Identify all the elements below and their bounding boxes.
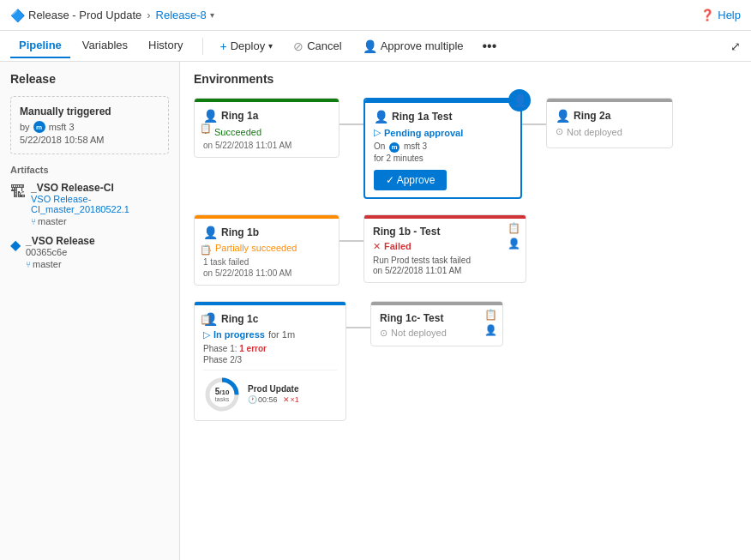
artifact-ci-name: _VSO Release-CI — [31, 182, 169, 194]
connector-1a-to-1atest — [339, 123, 363, 125]
toolbar-divider — [202, 38, 203, 55]
artifact-ci-branch-name: master — [38, 216, 67, 226]
ring1c-donut-section: 5/10 tasks Prod Update 🕐 00 — [203, 370, 337, 413]
ring2a-header: 👤 Ring 2a — [556, 109, 664, 123]
artifacts-section: Artifacts 🏗 _VSO Release-CI VSO Release-… — [10, 165, 169, 269]
trigger-user-avatar: m — [33, 121, 45, 133]
ring2a-card[interactable]: 👤 Ring 2a ⊙ Not deployed — [546, 98, 673, 148]
ring2a-name: Ring 2a — [574, 110, 610, 122]
ring1a-name: Ring 1a — [221, 110, 258, 122]
artifact-ci-branch: ⑂ master — [31, 216, 169, 226]
ring1b-test-card[interactable]: Ring 1b - Test ✕ Failed Run Prod tests t… — [363, 214, 526, 283]
trigger-by-prefix: by — [20, 122, 30, 132]
cancel-icon: ⊘ — [293, 39, 303, 53]
ring1a-status: ✓ Succeeded — [203, 126, 330, 137]
sidebar: Release Manually triggered by m msft 3 5… — [0, 62, 180, 560]
ring2a-status-text: Not deployed — [567, 127, 622, 137]
deploy-icon: + — [220, 39, 227, 53]
ring1a-test-card[interactable]: 👤 Ring 1a Test ▷ Pending approval On m m… — [363, 98, 522, 199]
ring1c-test-log-icon[interactable]: 📋 — [484, 309, 497, 321]
deploy-label: Deploy — [231, 39, 265, 52]
ring1a-test-inner: 👤 Ring 1a Test ▷ Pending approval On m m… — [365, 103, 520, 197]
donut-meta: 🕐 00:56 ✕ ×1 — [248, 395, 337, 404]
release-dropdown-icon[interactable]: ▾ — [210, 10, 214, 20]
ring1b-test-log-icon[interactable]: 📋 — [508, 222, 520, 234]
pipeline-row-3: 👤 Ring 1c ▷ In progress for 1m Phase 1: … — [194, 301, 737, 421]
ring1c-name: Ring 1c — [221, 313, 258, 325]
ring1b-test-name: Ring 1b - Test — [373, 226, 517, 238]
ring1a-test-header: 👤 Ring 1a Test — [374, 110, 512, 123]
ring1a-test-on: On m msft 3 — [374, 142, 512, 153]
tab-pipeline[interactable]: Pipeline — [10, 33, 70, 58]
ring1a-test-duration: for 2 minutes — [374, 154, 512, 163]
main-layout: Release Manually triggered by m msft 3 5… — [0, 62, 751, 560]
ring1b-status-text: Partially succeeded — [215, 243, 297, 253]
ring1c-duration: for 1m — [268, 329, 295, 340]
ring1c-test-status-text: Not deployed — [391, 328, 447, 338]
approve-button[interactable]: ✓ Approve — [374, 170, 447, 190]
ring1b-note: 1 task failed — [203, 257, 330, 267]
ring1a-test-name: Ring 1a Test — [392, 111, 452, 123]
artifact-item-release: ◆ _VSO Release 00365c6e ⑂ master — [10, 235, 169, 269]
ring1a-card[interactable]: 👤 Ring 1a ✓ Succeeded on 5/22/2018 11:01… — [194, 98, 339, 158]
ring1a-inner: 👤 Ring 1a ✓ Succeeded on 5/22/2018 11:01… — [195, 102, 339, 157]
toolbar-actions: + Deploy ▾ ⊘ Cancel 👤 Approve multiple •… — [213, 35, 502, 57]
ring1b-test-header: Ring 1b - Test — [373, 226, 517, 238]
help-link[interactable]: ❓ Help — [700, 9, 741, 21]
connector-1b-to-1btest — [339, 240, 363, 242]
more-button[interactable]: ••• — [478, 35, 502, 57]
ring1c-test-card[interactable]: Ring 1c- Test ⊙ Not deployed 📋 👤 — [370, 301, 503, 346]
artifact-ci-link[interactable]: VSO Release-CI_master_20180522.1 — [31, 194, 169, 214]
ring1a-test-status-text: Pending approval — [384, 128, 463, 138]
ring1c-inner: 👤 Ring 1c ▷ In progress for 1m Phase 1: … — [195, 305, 345, 420]
ring1a-date: on 5/22/2018 11:01 AM — [203, 141, 330, 150]
pipeline-row-2: 👤 Ring 1b ⚠ Partially succeeded 1 task f… — [194, 214, 737, 286]
ring1b-test-inner: Ring 1b - Test ✕ Failed Run Prod tests t… — [364, 219, 526, 282]
donut-info: Prod Update 🕐 00:56 ✕ ×1 — [248, 384, 337, 404]
breadcrumb-separator: › — [147, 9, 150, 21]
ring2a-inner: 👤 Ring 2a ⊙ Not deployed — [547, 102, 672, 148]
donut-title: Prod Update — [248, 384, 337, 394]
ring1c-deploy-icon: 📋 — [200, 314, 212, 325]
ring1a-person-icon: 👤 — [203, 109, 218, 123]
ring1b-card[interactable]: 👤 Ring 1b ⚠ Partially succeeded 1 task f… — [194, 214, 339, 286]
ring1b-deploy-icon: 📋 — [200, 244, 212, 256]
donut-center: 5/10 tasks — [215, 387, 230, 401]
ring1c-phase2: Phase 2/3 — [203, 355, 337, 364]
tab-variables[interactable]: Variables — [74, 33, 136, 58]
ring1a-test-on-prefix: On — [374, 142, 385, 151]
breadcrumb-release[interactable]: Release-8 — [156, 9, 207, 21]
ring1b-test-date: on 5/22/2018 11:01 AM — [373, 266, 517, 275]
artifact-release-version: 00365c6e — [26, 247, 95, 257]
artifact-ci-icon: 🏗 — [10, 184, 26, 202]
artifact-release-details: _VSO Release 00365c6e ⑂ master — [26, 235, 95, 269]
ring1b-test-right-icons: 📋 👤 — [508, 222, 520, 250]
expand-button[interactable]: ⤢ — [730, 39, 741, 53]
ring1c-test-inner: Ring 1c- Test ⊙ Not deployed — [371, 305, 502, 346]
approval-avatar: 👤 — [508, 89, 531, 111]
ring2a-person-icon: 👤 — [556, 109, 570, 123]
ring1b-date: on 5/22/2018 11:00 AM — [203, 268, 330, 278]
approve-multiple-icon: 👤 — [363, 39, 377, 53]
ring1a-test-user: msft 3 — [404, 142, 427, 151]
help-label: Help — [718, 9, 741, 21]
cancel-button[interactable]: ⊘ Cancel — [286, 36, 348, 57]
ring1c-test-name: Ring 1c- Test — [380, 312, 443, 324]
ring1b-test-status-text: Failed — [384, 241, 412, 251]
breadcrumb-project[interactable]: Release - Prod Update — [28, 9, 141, 21]
donut-errors: ✕ ×1 — [283, 395, 299, 404]
deploy-button[interactable]: + Deploy ▾ — [213, 36, 280, 57]
artifact-release-icon: ◆ — [10, 237, 21, 253]
ring1b-header: 👤 Ring 1b — [203, 226, 330, 239]
approve-multiple-button[interactable]: 👤 Approve multiple — [356, 36, 471, 57]
breadcrumb: 🔷 Release - Prod Update › Release-8 ▾ — [10, 9, 214, 22]
artifact-ci-details: _VSO Release-CI VSO Release-CI_master_20… — [31, 182, 169, 226]
ring1b-test-person-icon: 👤 — [508, 238, 520, 250]
header-left: 🔷 Release - Prod Update › Release-8 ▾ — [10, 9, 214, 22]
branch-icon-2: ⑂ — [26, 260, 31, 269]
ring1c-phase1: Phase 1: 1 error — [203, 344, 337, 353]
tab-history[interactable]: History — [140, 33, 191, 58]
header: 🔷 Release - Prod Update › Release-8 ▾ ❓ … — [0, 0, 751, 31]
ring1c-test-status-icon: ⊙ — [380, 328, 388, 339]
ring1c-card[interactable]: 👤 Ring 1c ▷ In progress for 1m Phase 1: … — [194, 301, 346, 421]
